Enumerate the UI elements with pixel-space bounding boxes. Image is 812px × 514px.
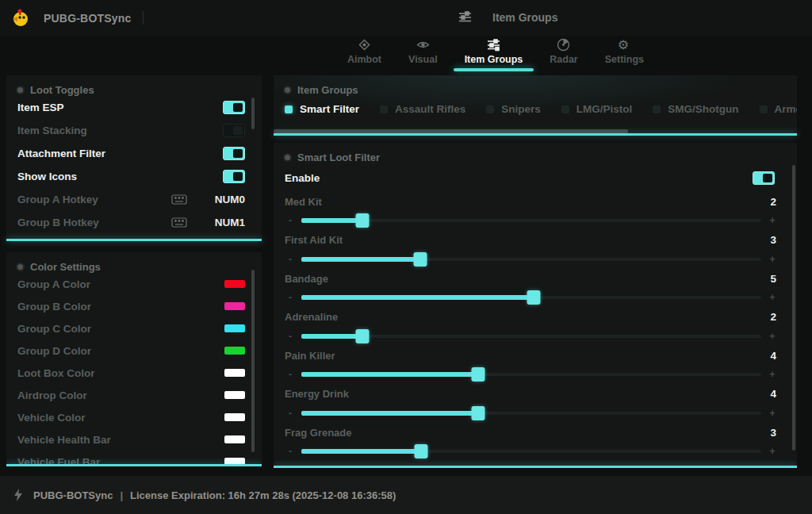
slider-value: 4: [770, 350, 778, 362]
energy-drink-slider[interactable]: [301, 412, 761, 415]
panel-separator: [6, 239, 262, 241]
group-tab-label: Assault Rifles: [395, 103, 465, 115]
item-stacking-toggle[interactable]: [223, 124, 245, 137]
slider-value: 3: [770, 427, 778, 439]
tab-item-groups[interactable]: Item Groups: [465, 38, 523, 71]
group-tab-armor-bag[interactable]: Armor/Bag: [760, 103, 797, 115]
group-c-color-swatch[interactable]: [224, 324, 245, 332]
slider-thumb[interactable]: [471, 406, 485, 420]
increment-button[interactable]: +: [767, 250, 778, 269]
setting-label: Vehicle Health Bar: [17, 434, 111, 446]
slider-group-frag-grenade: Frag Grenade 3 - +: [285, 423, 778, 462]
panel-separator: [6, 464, 262, 466]
license-expiration: License Expiration: 16h 27m 28s (2025-12…: [130, 489, 396, 501]
loot-panel-scrollbar[interactable]: [251, 98, 255, 129]
pain-killer-slider[interactable]: [301, 373, 761, 376]
slider-fill: [301, 334, 362, 339]
increment-button[interactable]: +: [767, 327, 778, 346]
airdrop-color-swatch[interactable]: [224, 391, 245, 399]
setting-label: Airdrop Color: [17, 389, 87, 401]
decrement-button[interactable]: -: [285, 442, 296, 461]
decrement-button[interactable]: -: [285, 404, 296, 423]
smart-filter-enable-toggle[interactable]: [753, 171, 775, 185]
group-d-color-swatch[interactable]: [224, 347, 245, 355]
tab-bullet-icon: [486, 105, 494, 113]
decrement-button[interactable]: -: [285, 288, 296, 307]
increment-button[interactable]: +: [767, 211, 778, 230]
tab-aimbot[interactable]: Aimbot: [347, 38, 381, 71]
tab-visual[interactable]: Visual: [408, 38, 438, 71]
group-b-hotkey-value[interactable]: NUM1: [209, 217, 245, 228]
bandage-slider[interactable]: [301, 296, 761, 299]
group-tab-lmg-pistol[interactable]: LMG/Pistol: [561, 103, 633, 115]
first-aid-kit-slider[interactable]: [301, 258, 761, 261]
keyboard-icon: [171, 217, 187, 228]
decrement-button[interactable]: -: [285, 365, 296, 384]
group-a-color-swatch[interactable]: [224, 280, 245, 288]
slider-thumb[interactable]: [527, 290, 541, 305]
color-row: Vehicle Health Bar: [6, 428, 262, 451]
target-icon: [358, 38, 371, 52]
increment-button[interactable]: +: [767, 288, 778, 307]
sliders-icon: [487, 38, 500, 52]
decrement-button[interactable]: -: [285, 211, 296, 230]
attachment-filter-toggle[interactable]: [223, 147, 245, 160]
item-esp-toggle[interactable]: [223, 101, 245, 114]
lightning-icon: [14, 489, 22, 501]
loot-box-color-swatch[interactable]: [224, 369, 245, 377]
section-dot-icon: [285, 87, 290, 93]
section-dot-icon: [17, 87, 23, 93]
slider-thumb[interactable]: [355, 329, 369, 343]
vehicle-color-swatch[interactable]: [224, 413, 245, 421]
group-tab-smg-shotgun[interactable]: SMG/Shotgun: [653, 103, 738, 115]
color-row: Airdrop Color: [6, 384, 262, 406]
group-a-hotkey-value[interactable]: NUM0: [209, 194, 245, 205]
panel-separator: [274, 466, 797, 468]
increment-button[interactable]: +: [767, 404, 778, 423]
slider-fill: [301, 218, 362, 223]
frag-grenade-slider[interactable]: [301, 450, 761, 453]
tab-radar[interactable]: Radar: [550, 38, 577, 71]
slider-thumb[interactable]: [414, 444, 427, 458]
tab-settings[interactable]: ⚙ Settings: [605, 38, 644, 71]
increment-button[interactable]: +: [767, 365, 778, 384]
adrenaline-slider[interactable]: [301, 335, 761, 338]
chicken-logo-icon: [10, 7, 32, 29]
tab-label: Item Groups: [465, 54, 523, 65]
group-b-color-swatch[interactable]: [224, 302, 245, 310]
group-tab-smart-filter[interactable]: Smart Filter: [285, 103, 359, 115]
tab-bullet-icon: [561, 105, 569, 113]
decrement-button[interactable]: -: [285, 327, 296, 346]
gear-icon: ⚙: [618, 38, 631, 52]
keyboard-icon: [171, 194, 187, 205]
slider-fill: [301, 449, 421, 454]
app-window: PUBG-BOTSync Item Groups Aimbot: [0, 0, 812, 514]
show-icons-toggle[interactable]: [223, 170, 245, 183]
slider-thumb[interactable]: [413, 252, 427, 267]
filter-panel-scrollbar[interactable]: [792, 165, 795, 451]
slider-group-med-kit: Med Kit 2 - +: [285, 192, 778, 231]
color-panel-scrollbar[interactable]: [251, 270, 255, 452]
slider-value: 2: [770, 311, 778, 323]
tab-bullet-icon: [285, 105, 293, 113]
slider-thumb[interactable]: [355, 213, 369, 228]
color-row: Group A Color: [6, 273, 262, 295]
slider-value: 2: [770, 196, 778, 208]
decrement-button[interactable]: -: [285, 250, 296, 269]
slider-fill: [301, 295, 534, 300]
vehicle-health-bar-color-swatch[interactable]: [224, 435, 245, 443]
section-title: Loot Toggles: [30, 84, 94, 96]
setting-row-group-b-hotkey: Group B Hotkey NUM1: [6, 211, 262, 234]
group-tab-assault-rifles[interactable]: Assault Rifles: [380, 103, 465, 115]
group-tab-snipers[interactable]: Snipers: [486, 103, 541, 115]
palette-icon: [17, 264, 23, 270]
slider-fill: [301, 372, 478, 377]
setting-row-item-esp: Item ESP: [6, 96, 262, 119]
setting-label: Group A Color: [17, 278, 90, 290]
increment-button[interactable]: +: [767, 442, 778, 461]
license-status: PUBG-BOTSync|License Expiration: 16h 27m…: [33, 489, 396, 501]
tab-bullet-icon: [653, 105, 661, 113]
title-bar: PUBG-BOTSync Item Groups: [0, 0, 812, 36]
med-kit-slider[interactable]: [301, 219, 761, 222]
slider-thumb[interactable]: [471, 367, 485, 382]
